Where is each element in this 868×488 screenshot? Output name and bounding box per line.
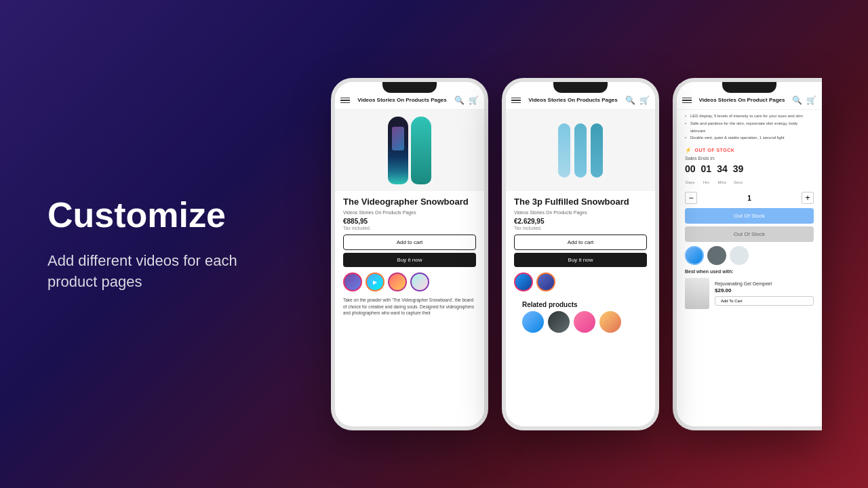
sales-ends-section: Sales Ends in: 00 Days 01 Hrs 34 Mins xyxy=(677,156,822,189)
countdown-days: 00 Days xyxy=(685,163,696,186)
out-of-stock-text: OUT OF STOCK xyxy=(695,148,735,152)
quantity-increase-button[interactable]: + xyxy=(802,192,814,204)
phone-2-product-details: The 3p Fulfilled Snowboard Videos Storie… xyxy=(506,191,655,426)
phone-2: Videos Stories On Products Pages 🔍 🛒 The… xyxy=(502,78,659,430)
phone-3-content: LED display, 5 levels of intensity to ca… xyxy=(677,110,822,312)
story-circle-1[interactable] xyxy=(343,272,362,291)
main-description: Add different videos for each product pa… xyxy=(47,251,244,293)
roller-3 xyxy=(591,123,603,178)
phone-1: Videos Stories On Products Pages 🔍 🛒 The… xyxy=(331,78,488,430)
phone-3-bullet-list: LED display, 5 levels of intensity to ca… xyxy=(677,110,822,144)
left-section: Customize Add different videos for each … xyxy=(0,155,285,333)
phone-2-notch xyxy=(553,82,608,93)
phone-2-product-image xyxy=(506,110,655,191)
search-icon[interactable]: 🔍 xyxy=(454,96,465,105)
phone-1-product-tax: Tax included. xyxy=(343,226,476,230)
related-product-1[interactable] xyxy=(522,311,544,333)
phone-1-product-title: The Videographer Snowboard xyxy=(343,197,476,208)
hamburger-icon-3[interactable] xyxy=(682,98,692,104)
related-product-3[interactable] xyxy=(574,311,595,333)
countdown-secs-label: Secs xyxy=(734,180,743,184)
story-circle-4[interactable] xyxy=(410,272,429,291)
recommended-product-add-button[interactable]: Add To Cart xyxy=(715,296,814,306)
countdown-hrs-value: 01 xyxy=(701,163,712,174)
snowboard-1 xyxy=(388,117,408,184)
phone-2-buy-now-button[interactable]: Buy it now xyxy=(514,253,647,267)
phone-3-header-icons: 🔍 🛒 xyxy=(792,96,816,105)
quantity-row: − 1 + xyxy=(677,189,822,207)
phone-2-product-store: Videos Stories On Products Pages xyxy=(514,210,647,215)
story-circle-p3-2[interactable] xyxy=(707,246,726,265)
phone-3-story-circles xyxy=(677,243,822,268)
out-of-stock-gray-button[interactable]: Out Of Stock xyxy=(685,226,814,242)
phone-1-product-price: €885,95 xyxy=(343,218,476,225)
recommended-product-image xyxy=(685,278,709,309)
phone-2-add-to-cart-button[interactable]: Add to cart xyxy=(514,235,647,250)
phone-2-product-title: The 3p Fulfilled Snowboard xyxy=(514,197,647,208)
bullet-item-2: Safe and painless for the skin, rejuvena… xyxy=(685,120,814,135)
phone-2-product-tax: Tax included. xyxy=(514,226,647,230)
phone-1-header-icons: 🔍 🛒 xyxy=(454,96,479,105)
phone-2-product-price: €2.629,95 xyxy=(514,218,647,225)
phone-2-story-circles xyxy=(514,272,647,291)
story-circle-p2-1[interactable] xyxy=(514,272,533,291)
quantity-decrease-button[interactable]: − xyxy=(685,192,697,204)
snowboard-image xyxy=(388,117,431,184)
lightning-icon: ⚡ xyxy=(685,147,692,153)
roller-1 xyxy=(558,123,570,178)
countdown-days-value: 00 xyxy=(685,163,696,174)
recommended-product-row: Rejuvanating Gel Gempeel $29.00 Add To C… xyxy=(677,275,822,312)
countdown-days-label: Days xyxy=(686,180,695,184)
countdown-secs-value: 39 xyxy=(733,163,744,174)
phone-2-content: The 3p Fulfilled Snowboard Videos Storie… xyxy=(506,110,655,426)
roller-2 xyxy=(574,123,587,178)
phone-1-buy-now-button[interactable]: Buy it now xyxy=(343,253,476,267)
countdown-mins: 34 Mins xyxy=(717,163,728,186)
phone-3: Videos Stories On Product Pages 🔍 🛒 LED … xyxy=(673,78,822,430)
phone-1-product-store: Videos Stories On Products Pages xyxy=(343,210,476,215)
phone-2-header-icons: 🔍 🛒 xyxy=(625,96,650,105)
main-title: Customize xyxy=(47,196,244,235)
roller-image xyxy=(558,117,603,184)
story-circle-p2-2[interactable] xyxy=(536,272,555,291)
story-circle-3[interactable] xyxy=(388,272,407,291)
best-when-used-label: Best when used with: xyxy=(677,268,822,275)
search-icon-2[interactable]: 🔍 xyxy=(625,96,635,105)
phone-1-product-image xyxy=(335,110,484,191)
countdown-mins-label: Mins xyxy=(718,180,727,184)
story-circle-2[interactable] xyxy=(366,272,384,291)
phone-1-add-to-cart-button[interactable]: Add to cart xyxy=(343,235,476,250)
quantity-value: 1 xyxy=(747,195,751,202)
snowboard-2 xyxy=(411,117,431,184)
cart-icon[interactable]: 🛒 xyxy=(469,96,479,105)
phone-1-story-circles xyxy=(343,272,476,291)
phones-section: Videos Stories On Products Pages 🔍 🛒 The… xyxy=(285,0,868,488)
phone-1-notch xyxy=(382,82,437,93)
countdown-hrs-label: Hrs xyxy=(703,180,709,184)
sales-ends-label: Sales Ends in: xyxy=(685,156,814,161)
countdown-row: 00 Days 01 Hrs 34 Mins 39 Secs xyxy=(685,163,814,186)
countdown-secs: 39 Secs xyxy=(733,163,744,186)
recommended-product-price: $29.00 xyxy=(715,287,814,293)
hamburger-icon-2[interactable] xyxy=(511,98,521,104)
bullet-item-3: Double vent, quiet & stable operation, 1… xyxy=(685,134,814,142)
cart-icon-2[interactable]: 🛒 xyxy=(639,96,650,105)
phone-1-product-desc: Take on the powder with 'The Videographe… xyxy=(343,297,476,317)
phone-2-related-title: Related products xyxy=(514,297,647,311)
story-circle-p3-3[interactable] xyxy=(730,246,749,265)
related-product-2[interactable] xyxy=(548,311,570,333)
countdown-hrs: 01 Hrs xyxy=(701,163,712,186)
phone-3-notch xyxy=(722,82,776,93)
phone-2-header-title: Videos Stories On Products Pages xyxy=(521,97,625,104)
search-icon-3[interactable]: 🔍 xyxy=(792,96,802,105)
out-of-stock-blue-button[interactable]: Out Of Stock xyxy=(685,208,814,224)
phone-1-header-title: Videos Stories On Products Pages xyxy=(350,97,454,104)
bullet-item-1: LED display, 5 levels of intensity to ca… xyxy=(685,113,814,120)
recommended-product-name: Rejuvanating Gel Gempeel xyxy=(715,281,814,286)
cart-icon-3[interactable]: 🛒 xyxy=(806,96,816,105)
countdown-mins-value: 34 xyxy=(717,163,728,174)
hamburger-icon[interactable] xyxy=(340,98,350,104)
recommended-product-info: Rejuvanating Gel Gempeel $29.00 Add To C… xyxy=(715,281,814,306)
related-product-4[interactable] xyxy=(599,311,621,333)
story-circle-p3-1[interactable] xyxy=(685,246,704,265)
